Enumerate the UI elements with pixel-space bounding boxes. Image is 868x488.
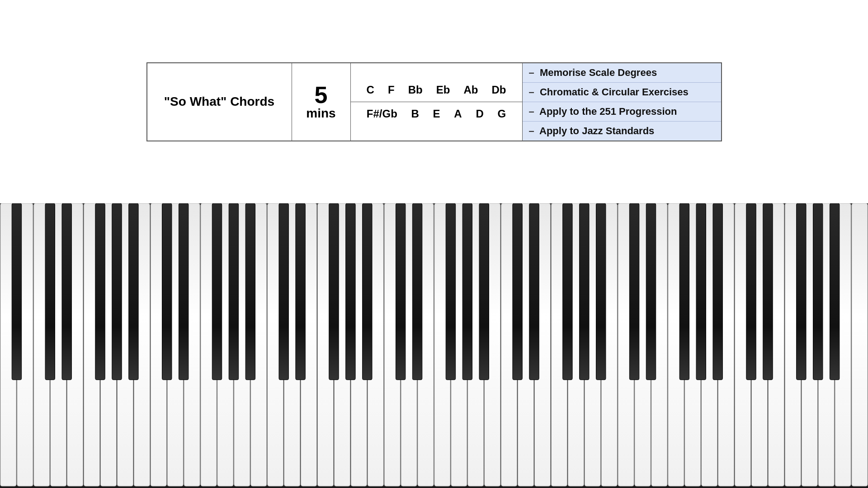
- main-table-container: "So What" Chords 5 mins C F Bb Eb Ab Db: [146, 62, 722, 141]
- svg-rect-61: [212, 203, 222, 380]
- svg-rect-71: [446, 203, 455, 380]
- chord-table: "So What" Chords 5 mins C F Bb Eb Ab Db: [147, 63, 722, 141]
- svg-rect-57: [112, 203, 122, 380]
- key-A: A: [454, 108, 462, 120]
- tip-label-4: Apply to Jazz Standards: [539, 125, 654, 136]
- svg-rect-75: [529, 203, 539, 380]
- svg-rect-84: [746, 203, 756, 380]
- svg-rect-54: [45, 203, 55, 380]
- time-value: 5: [292, 83, 350, 107]
- svg-rect-79: [629, 203, 639, 380]
- keys-top-row: C F Bb Eb Ab Db: [351, 78, 522, 102]
- svg-rect-77: [580, 203, 589, 380]
- key-F: F: [388, 84, 395, 96]
- key-D: D: [476, 108, 483, 120]
- svg-rect-56: [95, 203, 105, 380]
- key-FsGb: F#/Gb: [367, 108, 397, 120]
- tips-cell: – Memorise Scale Degrees – Chromatic & C…: [522, 63, 721, 141]
- svg-rect-58: [129, 203, 138, 380]
- svg-rect-62: [229, 203, 238, 380]
- chord-name-label: "So What" Chords: [164, 94, 274, 108]
- svg-rect-55: [62, 203, 71, 380]
- key-Eb: Eb: [436, 84, 450, 96]
- svg-rect-52: [852, 203, 868, 486]
- svg-rect-87: [813, 203, 823, 380]
- key-Bb: Bb: [408, 84, 423, 96]
- svg-rect-72: [462, 203, 472, 380]
- tip-label-1: Memorise Scale Degrees: [540, 67, 657, 78]
- svg-rect-83: [713, 203, 722, 380]
- tip-label-3: Apply to the 251 Progression: [539, 106, 677, 117]
- svg-rect-78: [596, 203, 606, 380]
- svg-rect-86: [797, 203, 806, 380]
- svg-rect-53: [12, 203, 21, 380]
- key-C: C: [367, 84, 374, 96]
- svg-rect-74: [513, 203, 522, 380]
- keys-bottom-row: F#/Gb B E A D G: [351, 102, 522, 126]
- key-B: B: [411, 108, 419, 120]
- upper-section: "So What" Chords 5 mins C F Bb Eb Ab Db: [0, 0, 868, 203]
- svg-rect-81: [679, 203, 689, 380]
- svg-rect-76: [563, 203, 572, 380]
- svg-rect-85: [763, 203, 773, 380]
- svg-rect-63: [245, 203, 255, 380]
- tip-label-2: Chromatic & Circular Exercises: [540, 86, 689, 98]
- tip-4: – Apply to Jazz Standards: [523, 122, 721, 141]
- keys-cell: C F Bb Eb Ab Db F#/Gb B E A D G: [350, 63, 522, 141]
- piano-section: [0, 203, 868, 488]
- tip-3: – Apply to the 251 Progression: [523, 102, 721, 122]
- piano-svg: [0, 203, 868, 488]
- time-unit: mins: [292, 107, 350, 121]
- svg-rect-82: [696, 203, 706, 380]
- tip-dash-4: –: [529, 125, 534, 136]
- tip-dash-3: –: [529, 106, 534, 117]
- svg-rect-65: [296, 203, 305, 380]
- chord-name-cell: "So What" Chords: [147, 63, 292, 141]
- key-G: G: [497, 108, 506, 120]
- svg-rect-64: [279, 203, 288, 380]
- svg-rect-59: [162, 203, 172, 380]
- svg-rect-60: [179, 203, 188, 380]
- tip-2: – Chromatic & Circular Exercises: [523, 83, 721, 102]
- svg-rect-88: [830, 203, 839, 380]
- tip-dash-1: –: [529, 67, 534, 78]
- tip-dash-2: –: [529, 86, 534, 98]
- svg-rect-73: [479, 203, 489, 380]
- key-E: E: [433, 108, 440, 120]
- svg-rect-80: [646, 203, 656, 380]
- svg-rect-67: [346, 203, 355, 380]
- svg-rect-66: [329, 203, 339, 380]
- tip-1: – Memorise Scale Degrees: [523, 63, 721, 83]
- key-Db: Db: [491, 84, 506, 96]
- key-Ab: Ab: [463, 84, 478, 96]
- svg-rect-70: [412, 203, 422, 380]
- svg-rect-68: [363, 203, 372, 380]
- svg-rect-69: [396, 203, 405, 380]
- time-cell: 5 mins: [292, 63, 350, 141]
